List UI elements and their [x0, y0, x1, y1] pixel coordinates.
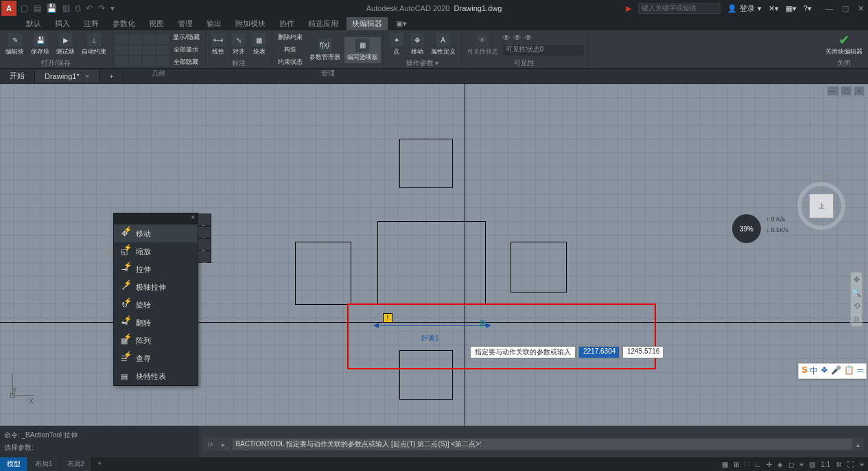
qat-new-icon[interactable]: ▢ — [21, 3, 28, 13]
palette-item-proptable[interactable]: ▤块特性表 — [114, 367, 198, 385]
palette-item-stretch[interactable]: ⇥⚡拉伸 — [114, 260, 198, 278]
qat-undo-icon[interactable]: ↶ — [86, 3, 93, 13]
test-block-button[interactable]: ▶测试块 — [54, 32, 78, 58]
palette-item-move[interactable]: ✥⚡移动 — [114, 225, 198, 242]
close-blockeditor-button[interactable]: ✔关闭块编辑器 — [823, 32, 865, 58]
linear-button[interactable]: ⟷线性 — [209, 32, 228, 58]
status-grid-icon[interactable]: ⊞ — [734, 461, 739, 468]
login-button[interactable]: 👤登录▾ — [727, 3, 762, 14]
close-icon[interactable]: ✕ — [858, 4, 864, 12]
tab-addins[interactable]: 附加模块 — [230, 17, 271, 30]
show-all-button[interactable]: 全部显示 — [170, 44, 202, 56]
palette-item-flip[interactable]: ⇋⚡翻转 — [114, 314, 198, 332]
navigation-bar[interactable]: ✥ 🔍 ⟲ ◎ — [850, 272, 863, 327]
cmdline-scroll-icon[interactable]: ▴ — [852, 441, 864, 448]
status-snap-icon[interactable]: ⸬ — [744, 460, 749, 468]
qat-dropdown-icon[interactable]: ▾ — [110, 3, 115, 13]
drawing-canvas[interactable]: — ▢ ✕ 距离1 ! ▷ ✳ 指定要与动作关联的参数或输入 2217.6304… — [0, 84, 868, 426]
move-button[interactable]: ✥移动 — [408, 32, 427, 58]
search-arrow-icon[interactable]: ▶ — [626, 4, 631, 13]
status-fullscreen-icon[interactable]: ⛶ — [847, 461, 854, 468]
tab-view[interactable]: 视图 — [143, 17, 169, 30]
attrdef-button[interactable]: A属性定义 — [428, 32, 458, 58]
palette-vtab-actions[interactable]: 动作 — [198, 226, 211, 238]
vis-icon2[interactable]: 👁 — [513, 33, 521, 43]
layout-new[interactable]: + — [92, 457, 107, 471]
vp-max-icon[interactable]: ▢ — [841, 87, 852, 95]
edit-block-button[interactable]: ✎编辑块 — [3, 32, 27, 58]
palette-vtab-paramsets[interactable]: 参数集 — [198, 238, 211, 251]
status-lwt-icon[interactable]: ≡ — [799, 461, 804, 468]
app-menu-icon[interactable]: ▦▾ — [786, 4, 797, 13]
tab-collab[interactable]: 协作 — [274, 17, 300, 30]
layout-2[interactable]: 布局2 — [60, 457, 93, 471]
tab-manage[interactable]: 管理 — [172, 17, 198, 30]
status-model-icon[interactable]: ▦ — [722, 461, 728, 468]
block-authoring-palette[interactable]: × 块编写选项板 - 所有选项板 ✥⚡移动 ◱⚡缩放 ⇥⚡拉伸 ⤢⚡极轴拉伸 ↻… — [113, 213, 198, 386]
nav-orbit-icon[interactable]: ⟲ — [854, 301, 860, 310]
tab-output[interactable]: 输出 — [201, 17, 227, 30]
geom-tools[interactable] — [115, 34, 169, 66]
layout-model[interactable]: 模型 — [0, 457, 28, 471]
ime-toolbar[interactable]: S 中 ❖ 🎤 📋 ═ — [798, 363, 867, 379]
palette-vtab-constraints[interactable]: 约束 — [198, 251, 211, 263]
tab-default[interactable]: 默认 — [21, 17, 47, 30]
hide-all-button[interactable]: 全部隐藏 — [170, 56, 202, 68]
construct-button[interactable]: 构造 — [275, 44, 305, 56]
ime-symbol-button[interactable]: ❖ — [821, 365, 828, 377]
command-input[interactable] — [233, 439, 852, 450]
ime-clipboard-icon[interactable]: 📋 — [844, 365, 854, 377]
palette-item-polar-stretch[interactable]: ⤢⚡极轴拉伸 — [114, 278, 198, 296]
status-ortho-icon[interactable]: ∟ — [755, 461, 762, 468]
fx-button[interactable]: f(x)参数管理器 — [307, 37, 343, 63]
qat-plot-icon[interactable]: ⎙ — [75, 3, 80, 13]
vp-close-icon[interactable]: ✕ — [854, 87, 864, 95]
ime-logo-icon[interactable]: S — [801, 365, 807, 377]
status-gear-icon[interactable]: ⚙ — [836, 461, 842, 468]
tab-annotate[interactable]: 注释 — [78, 17, 104, 30]
qat-redo-icon[interactable]: ↷ — [98, 3, 105, 13]
nav-zoom-icon[interactable]: 🔍 — [852, 288, 861, 297]
palette-item-rotate[interactable]: ↻⚡旋转 — [114, 296, 198, 314]
status-scale[interactable]: 1:1 — [821, 461, 830, 468]
visibility-state-button[interactable]: 👁可见性状态 — [465, 32, 501, 58]
vp-min-icon[interactable]: — — [828, 87, 838, 95]
authoring-palette-button[interactable]: ▦编写选项板 — [344, 37, 381, 63]
filetab-drawing[interactable]: Drawing1*× — [35, 70, 99, 82]
app-logo[interactable]: A — [1, 1, 16, 16]
show-hide-button[interactable]: 显示/隐藏 — [170, 32, 202, 43]
constraint-status-button[interactable]: 约束状态 — [275, 56, 305, 68]
wcs-label[interactable]: WCS — [822, 173, 836, 180]
tab-blockeditor[interactable]: 块编辑器 — [347, 17, 388, 30]
layout-1[interactable]: 布局1 — [28, 457, 60, 471]
dyninput-value2[interactable]: 1245.5716 — [622, 346, 664, 358]
status-osnap-icon[interactable]: ◻ — [788, 461, 794, 468]
nav-wheel-icon[interactable]: ◎ — [853, 314, 860, 323]
palette-item-lookup[interactable]: ☰⚡查寻 — [114, 349, 198, 367]
help-icon[interactable]: ?▾ — [804, 4, 812, 13]
vis-icon3[interactable]: 👁 — [524, 33, 532, 43]
nav-pan-icon[interactable]: ✥ — [854, 275, 860, 284]
ime-mic-icon[interactable]: 🎤 — [831, 365, 841, 377]
dyninput-value1[interactable]: 2217.6304 — [578, 346, 620, 358]
blocktable-button[interactable]: ▦块表 — [250, 32, 269, 58]
qat-open-icon[interactable]: ▤ — [34, 3, 41, 13]
filetab-start[interactable]: 开始 — [0, 69, 35, 83]
status-customize-icon[interactable]: ≡ — [860, 461, 864, 468]
qat-save-icon[interactable]: 💾 — [47, 3, 57, 13]
viewcube[interactable]: 上 — [794, 179, 849, 233]
palette-item-array[interactable]: ▦⚡阵列 — [114, 332, 198, 349]
save-block-button[interactable]: 💾保存块 — [28, 32, 52, 58]
cmdline-handle-icon[interactable]: ⁞× — [203, 441, 218, 448]
ime-keyboard-icon[interactable]: ═ — [857, 365, 863, 377]
viewcube-ring[interactable] — [797, 182, 845, 230]
qat-saveas-icon[interactable]: ▥ — [62, 3, 70, 13]
align-button[interactable]: ⤡对齐 — [229, 32, 248, 58]
point-button[interactable]: ✦点 — [387, 32, 406, 58]
ime-lang-button[interactable]: 中 — [810, 365, 818, 377]
status-polar-icon[interactable]: ✛ — [766, 461, 772, 468]
palette-item-scale[interactable]: ◱⚡缩放 — [114, 242, 198, 260]
tab-insert[interactable]: 插入 — [49, 17, 75, 30]
close-file-icon[interactable]: × — [85, 72, 89, 80]
restore-icon[interactable]: ▢ — [842, 4, 849, 12]
